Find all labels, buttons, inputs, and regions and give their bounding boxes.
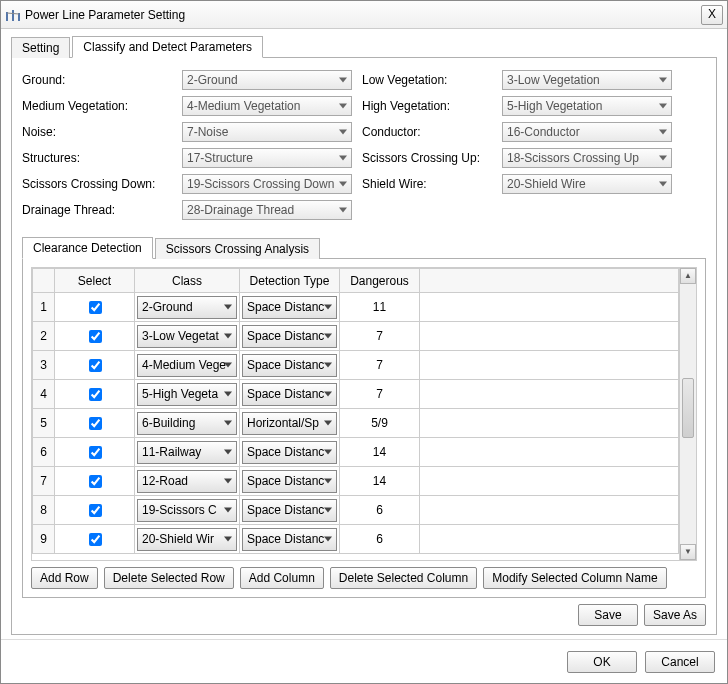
cell-dtype: Space Distanc bbox=[240, 322, 340, 351]
table-scroll: Select Class Detection Type Dangerous 12… bbox=[31, 267, 697, 561]
chevron-down-icon bbox=[659, 130, 667, 135]
class-combo[interactable]: 5-High Vegeta bbox=[137, 383, 237, 406]
close-button[interactable]: X bbox=[701, 5, 723, 25]
chevron-down-icon bbox=[224, 421, 232, 426]
ok-button[interactable]: OK bbox=[567, 651, 637, 673]
combo-conductor[interactable]: 16-Conductor bbox=[502, 122, 672, 142]
combo-scissors-down[interactable]: 19-Scissors Crossing Down bbox=[182, 174, 352, 194]
class-combo[interactable]: 19-Scissors C bbox=[137, 499, 237, 522]
detection-type-combo[interactable]: Space Distanc bbox=[242, 470, 337, 493]
class-combo[interactable]: 12-Road bbox=[137, 470, 237, 493]
detection-type-combo[interactable]: Space Distanc bbox=[242, 528, 337, 551]
app-icon bbox=[5, 7, 21, 23]
row-number: 8 bbox=[33, 496, 55, 525]
label-shield-wire: Shield Wire: bbox=[362, 177, 492, 191]
combo-ground[interactable]: 2-Ground bbox=[182, 70, 352, 90]
tab-setting[interactable]: Setting bbox=[11, 37, 70, 58]
row-number: 1 bbox=[33, 293, 55, 322]
dialog-window: Power Line Parameter Setting X Setting C… bbox=[0, 0, 728, 684]
chevron-down-icon bbox=[224, 363, 232, 368]
row-select-checkbox[interactable] bbox=[89, 359, 102, 372]
cell-class: 5-High Vegeta bbox=[135, 380, 240, 409]
chevron-down-icon bbox=[324, 334, 332, 339]
col-header-class[interactable]: Class bbox=[135, 269, 240, 293]
clearance-table: Select Class Detection Type Dangerous 12… bbox=[32, 268, 679, 554]
add-column-button[interactable]: Add Column bbox=[240, 567, 324, 589]
tab-clearance-detection[interactable]: Clearance Detection bbox=[22, 237, 153, 259]
cell-class: 20-Shield Wir bbox=[135, 525, 240, 554]
table-row: 12-GroundSpace Distanc11 bbox=[33, 293, 679, 322]
chevron-down-icon bbox=[224, 392, 232, 397]
chevron-down-icon bbox=[224, 305, 232, 310]
chevron-down-icon bbox=[339, 104, 347, 109]
class-combo[interactable]: 2-Ground bbox=[137, 296, 237, 319]
cell-select bbox=[55, 467, 135, 496]
table-row: 23-Low VegetatSpace Distanc7 bbox=[33, 322, 679, 351]
class-combo[interactable]: 6-Building bbox=[137, 412, 237, 435]
modify-column-button[interactable]: Modify Selected Column Name bbox=[483, 567, 666, 589]
chevron-down-icon bbox=[324, 305, 332, 310]
class-combo[interactable]: 4-Medium Vege bbox=[137, 354, 237, 377]
class-combo[interactable]: 11-Railway bbox=[137, 441, 237, 464]
row-select-checkbox[interactable] bbox=[89, 533, 102, 546]
detection-type-combo[interactable]: Space Distanc bbox=[242, 383, 337, 406]
col-header-danger[interactable]: Dangerous bbox=[340, 269, 420, 293]
combo-high-vegetation[interactable]: 5-High Vegetation bbox=[502, 96, 672, 116]
chevron-down-icon bbox=[324, 392, 332, 397]
scrollbar-thumb[interactable] bbox=[682, 378, 694, 438]
chevron-down-icon bbox=[339, 156, 347, 161]
cell-dtype: Space Distanc bbox=[240, 467, 340, 496]
scroll-down-button[interactable]: ▼ bbox=[680, 544, 696, 560]
cell-select bbox=[55, 496, 135, 525]
detection-type-combo[interactable]: Horizontal/Sp bbox=[242, 412, 337, 435]
chevron-down-icon bbox=[339, 130, 347, 135]
row-select-checkbox[interactable] bbox=[89, 475, 102, 488]
chevron-down-icon bbox=[659, 156, 667, 161]
chevron-down-icon bbox=[224, 508, 232, 513]
combo-drainage-thread[interactable]: 28-Drainage Thread bbox=[182, 200, 352, 220]
row-select-checkbox[interactable] bbox=[89, 388, 102, 401]
label-noise: Noise: bbox=[22, 125, 172, 139]
cell-dtype: Space Distanc bbox=[240, 380, 340, 409]
col-header-dtype[interactable]: Detection Type bbox=[240, 269, 340, 293]
save-as-button[interactable]: Save As bbox=[644, 604, 706, 626]
detection-type-combo[interactable]: Space Distanc bbox=[242, 296, 337, 319]
delete-row-button[interactable]: Delete Selected Row bbox=[104, 567, 234, 589]
save-button[interactable]: Save bbox=[578, 604, 638, 626]
detection-type-combo[interactable]: Space Distanc bbox=[242, 499, 337, 522]
row-select-checkbox[interactable] bbox=[89, 504, 102, 517]
label-conductor: Conductor: bbox=[362, 125, 492, 139]
combo-noise[interactable]: 7-Noise bbox=[182, 122, 352, 142]
cancel-button[interactable]: Cancel bbox=[645, 651, 715, 673]
vertical-scrollbar[interactable]: ▲ ▼ bbox=[679, 268, 696, 560]
cell-select bbox=[55, 380, 135, 409]
detection-type-combo[interactable]: Space Distanc bbox=[242, 325, 337, 348]
row-select-checkbox[interactable] bbox=[89, 301, 102, 314]
cell-dangerous: 11 bbox=[340, 293, 420, 322]
row-select-checkbox[interactable] bbox=[89, 330, 102, 343]
row-select-checkbox[interactable] bbox=[89, 417, 102, 430]
combo-shield-wire[interactable]: 20-Shield Wire bbox=[502, 174, 672, 194]
scroll-up-button[interactable]: ▲ bbox=[680, 268, 696, 284]
titlebar: Power Line Parameter Setting X bbox=[1, 1, 727, 29]
tab-classify-detect[interactable]: Classify and Detect Parameters bbox=[72, 36, 263, 58]
class-combo[interactable]: 20-Shield Wir bbox=[137, 528, 237, 551]
chevron-down-icon bbox=[324, 479, 332, 484]
add-row-button[interactable]: Add Row bbox=[31, 567, 98, 589]
tab-scissors-analysis[interactable]: Scissors Crossing Analysis bbox=[155, 238, 320, 259]
detection-type-combo[interactable]: Space Distanc bbox=[242, 354, 337, 377]
cell-select bbox=[55, 322, 135, 351]
combo-structures[interactable]: 17-Structure bbox=[182, 148, 352, 168]
row-select-checkbox[interactable] bbox=[89, 446, 102, 459]
detection-type-combo[interactable]: Space Distanc bbox=[242, 441, 337, 464]
cell-dtype: Horizontal/Sp bbox=[240, 409, 340, 438]
class-combo[interactable]: 3-Low Vegetat bbox=[137, 325, 237, 348]
combo-low-vegetation[interactable]: 3-Low Vegetation bbox=[502, 70, 672, 90]
chevron-down-icon bbox=[324, 537, 332, 542]
class-mapping-form: Ground: 2-Ground Low Vegetation: 3-Low V… bbox=[22, 70, 706, 220]
combo-medium-vegetation[interactable]: 4-Medium Vegetation bbox=[182, 96, 352, 116]
chevron-down-icon bbox=[659, 104, 667, 109]
combo-scissors-up[interactable]: 18-Scissors Crossing Up bbox=[502, 148, 672, 168]
col-header-select[interactable]: Select bbox=[55, 269, 135, 293]
delete-column-button[interactable]: Delete Selected Column bbox=[330, 567, 477, 589]
